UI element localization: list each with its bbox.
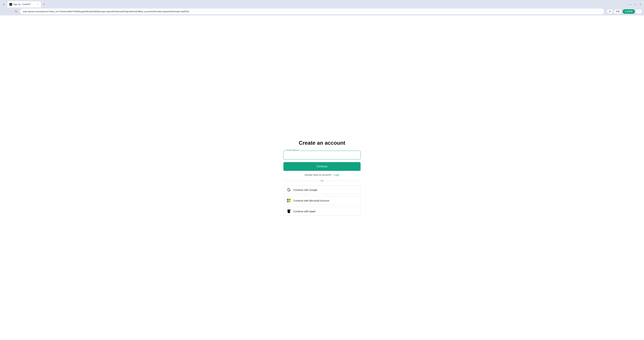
or-text: OR — [320, 180, 324, 182]
signup-card: Create an account Email address* Continu… — [284, 140, 360, 216]
tab-label: Sign Up - ChatGPT — [14, 3, 35, 6]
url-input[interactable]: auth.openai.com/authorize?client_id=TdJI… — [20, 8, 604, 14]
tab-favicon — [10, 3, 12, 6]
or-divider: OR — [284, 180, 360, 182]
microsoft-button-label: Continue with Microsoft Account — [293, 199, 329, 202]
close-button[interactable]: × — [638, 2, 643, 6]
login-link[interactable]: Login — [334, 174, 340, 176]
window-controls: — □ × — [628, 2, 643, 6]
new-tab-button[interactable]: + — [42, 2, 46, 7]
browser-chrome: ▾ Sign Up - ChatGPT × + — □ × — [0, 0, 644, 16]
ms-green — [289, 199, 291, 200]
tab-bar: ▾ Sign Up - ChatGPT × + — □ × — [0, 0, 644, 8]
more-button[interactable]: ⋮ — [636, 9, 642, 14]
ms-red — [287, 199, 289, 200]
minimize-button[interactable]: — — [628, 2, 632, 6]
back-button[interactable]: ← — [2, 9, 8, 14]
or-line-left — [284, 181, 318, 181]
tab-close-button[interactable]: × — [36, 3, 39, 6]
update-button[interactable]: 完成更新 — [622, 9, 635, 14]
already-account-text: Already have an account? — [304, 174, 332, 176]
email-field-wrapper: Email address* — [284, 151, 360, 160]
reload-button[interactable]: ↻ — [14, 9, 19, 14]
login-row: Already have an account? Login — [284, 174, 360, 176]
apple-icon — [287, 210, 291, 213]
email-input[interactable] — [284, 151, 360, 160]
page-title: Create an account — [284, 140, 360, 146]
ms-blue — [287, 201, 289, 202]
apple-signin-button[interactable]: Continue with Apple — [284, 207, 360, 216]
microsoft-icon — [287, 199, 291, 202]
maximize-button[interactable]: □ — [633, 2, 638, 6]
or-line-right — [326, 181, 360, 181]
browser-window: ▾ Sign Up - ChatGPT × + — □ × — [0, 0, 644, 340]
tab-nav-buttons: ▾ — [1, 2, 6, 7]
apple-button-label: Continue with Apple — [293, 210, 316, 213]
tab-list-button[interactable]: ▾ — [1, 2, 6, 7]
microsoft-signin-button[interactable]: Continue with Microsoft Account — [284, 196, 360, 205]
nav-buttons: ← → ↻ — [2, 9, 19, 14]
continue-button[interactable]: Continue — [284, 162, 360, 171]
forward-button[interactable]: → — [8, 9, 13, 14]
page-content: Create an account Email address* Continu… — [0, 16, 644, 340]
google-button-label: Continue with Google — [293, 188, 317, 191]
ms-yellow — [289, 201, 291, 202]
active-tab[interactable]: Sign Up - ChatGPT × — [8, 1, 41, 8]
address-bar: ← → ↻ auth.openai.com/authorize?client_i… — [0, 8, 644, 16]
translate-button[interactable]: ⊞ — [607, 9, 613, 14]
google-signin-button[interactable]: Continue with Google — [284, 186, 360, 194]
url-text: auth.openai.com/authorize?client_id=TdJI… — [23, 10, 602, 13]
google-icon — [287, 188, 291, 192]
email-label: Email address* — [286, 149, 300, 152]
profile-visit-button[interactable]: 访客 — [614, 9, 622, 14]
browser-action-buttons: ⊞ 访客 完成更新 ⋮ — [607, 9, 642, 14]
